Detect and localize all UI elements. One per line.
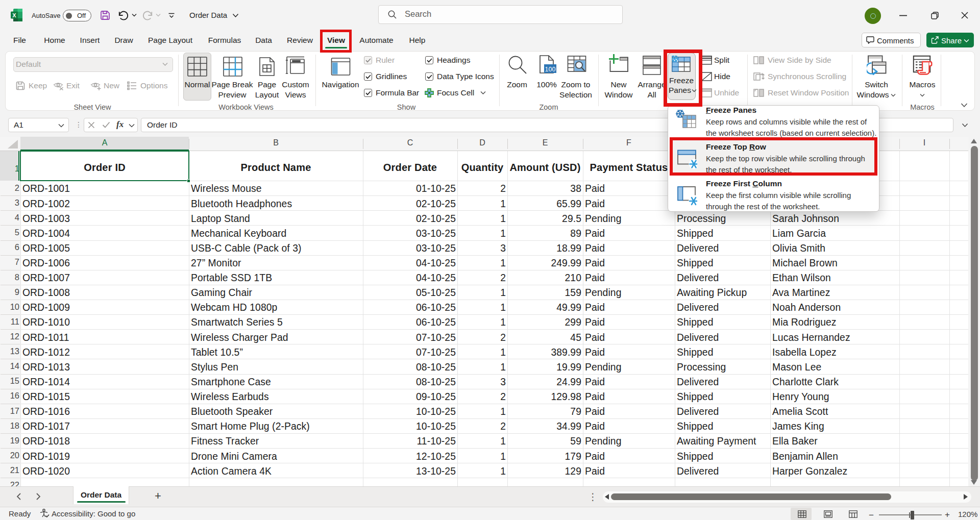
- svg-text:X: X: [12, 12, 16, 18]
- svg-text:100: 100: [545, 66, 556, 73]
